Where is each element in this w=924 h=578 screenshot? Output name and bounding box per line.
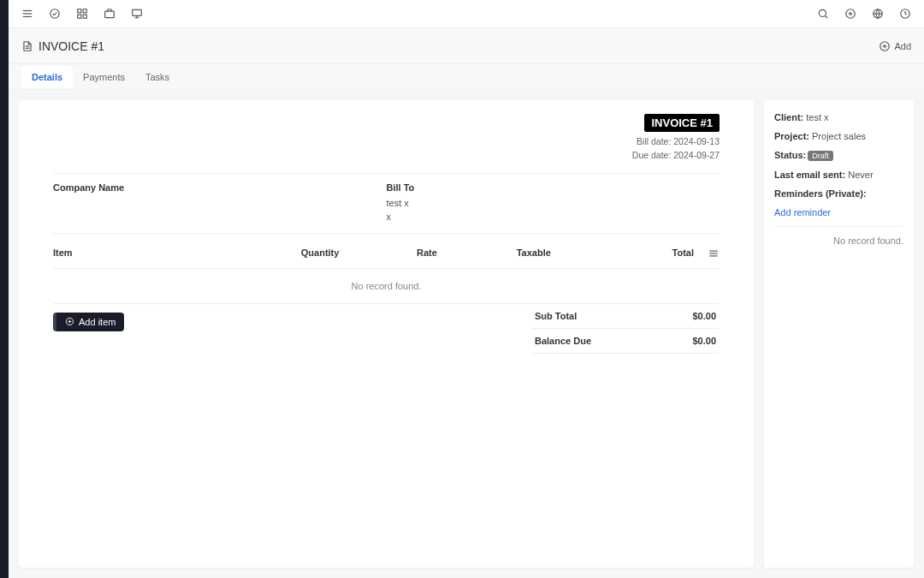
- last-email-key: Last email sent:: [774, 170, 845, 180]
- svg-rect-9: [133, 9, 142, 15]
- balance-value: $0.00: [692, 336, 716, 346]
- clock-icon[interactable]: [899, 8, 911, 20]
- balance-label: Balance Due: [535, 336, 591, 346]
- monitor-icon[interactable]: [131, 8, 143, 20]
- svg-line-13: [825, 15, 827, 18]
- add-item-button[interactable]: Add item: [53, 313, 124, 331]
- svg-rect-4: [78, 9, 81, 13]
- subtotal-value: $0.00: [692, 311, 716, 321]
- add-action[interactable]: Add: [879, 40, 911, 52]
- search-icon[interactable]: [817, 8, 829, 20]
- globe-icon[interactable]: [872, 8, 884, 20]
- bill-to-addr: x: [387, 210, 720, 224]
- client-key: Client:: [774, 112, 803, 122]
- tab-tasks[interactable]: Tasks: [135, 66, 180, 88]
- add-label: Add: [894, 41, 911, 51]
- client-value[interactable]: test x: [806, 112, 828, 122]
- reminders-key: Reminders (Private):: [774, 188, 867, 199]
- col-quantity: Quantity: [267, 247, 374, 261]
- items-header: Item Quantity Rate Taxable Total: [53, 241, 720, 269]
- bill-to-label: Bill To: [387, 182, 720, 193]
- company-name-label: Company Name: [53, 182, 387, 193]
- tab-payments[interactable]: Payments: [73, 66, 135, 88]
- file-icon: [21, 40, 33, 52]
- content: INVOICE #1 Bill date: 2024-09-13 Due dat…: [9, 90, 924, 578]
- subtotal-label: Sub Total: [535, 311, 577, 321]
- grid-icon[interactable]: [76, 8, 88, 20]
- left-rail: [0, 0, 9, 578]
- col-total: Total: [587, 247, 694, 261]
- add-reminder-link[interactable]: Add reminder: [774, 207, 903, 217]
- svg-rect-8: [105, 11, 115, 18]
- tab-details[interactable]: Details: [21, 66, 73, 88]
- topbar: [9, 0, 924, 28]
- svg-point-3: [50, 9, 60, 19]
- col-rate: Rate: [374, 247, 481, 261]
- svg-rect-6: [78, 15, 81, 18]
- col-taxable: Taxable: [480, 247, 587, 261]
- project-key: Project:: [774, 131, 809, 141]
- status-badge: Draft: [808, 151, 833, 161]
- bill-date-label: Bill date:: [637, 136, 671, 146]
- plus-circle-icon: [879, 40, 891, 52]
- info-card: Client: test x Project: Project sales St…: [764, 100, 914, 568]
- plus-circle-icon[interactable]: [844, 8, 856, 20]
- briefcase-icon[interactable]: [104, 8, 116, 20]
- col-item: Item: [53, 247, 267, 261]
- svg-rect-5: [83, 9, 86, 13]
- titlebar: INVOICE #1 Add: [9, 28, 924, 64]
- tabs: Details Payments Tasks: [9, 64, 924, 90]
- bill-date: 2024-09-13: [673, 136, 720, 146]
- add-item-label: Add item: [79, 317, 116, 327]
- project-value[interactable]: Project sales: [812, 131, 866, 141]
- list-icon[interactable]: [708, 247, 720, 259]
- invoice-badge: INVOICE #1: [644, 114, 720, 132]
- last-email-value: Never: [848, 170, 873, 180]
- status-key: Status:: [774, 150, 806, 160]
- invoice-card: INVOICE #1 Bill date: 2024-09-13 Due dat…: [19, 100, 754, 568]
- due-date: 2024-09-27: [673, 150, 720, 160]
- totals: Sub Total $0.00 Balance Due $0.00: [531, 304, 720, 354]
- due-date-label: Due date:: [632, 150, 672, 160]
- svg-point-12: [819, 9, 826, 16]
- svg-rect-7: [83, 15, 86, 18]
- menu-icon[interactable]: [21, 8, 33, 20]
- reminders-empty: No record found.: [774, 226, 903, 246]
- items-empty: No record found.: [53, 269, 720, 304]
- check-circle-icon[interactable]: [49, 8, 61, 20]
- bill-to-name: test x: [387, 196, 720, 211]
- page-title: INVOICE #1: [38, 39, 104, 53]
